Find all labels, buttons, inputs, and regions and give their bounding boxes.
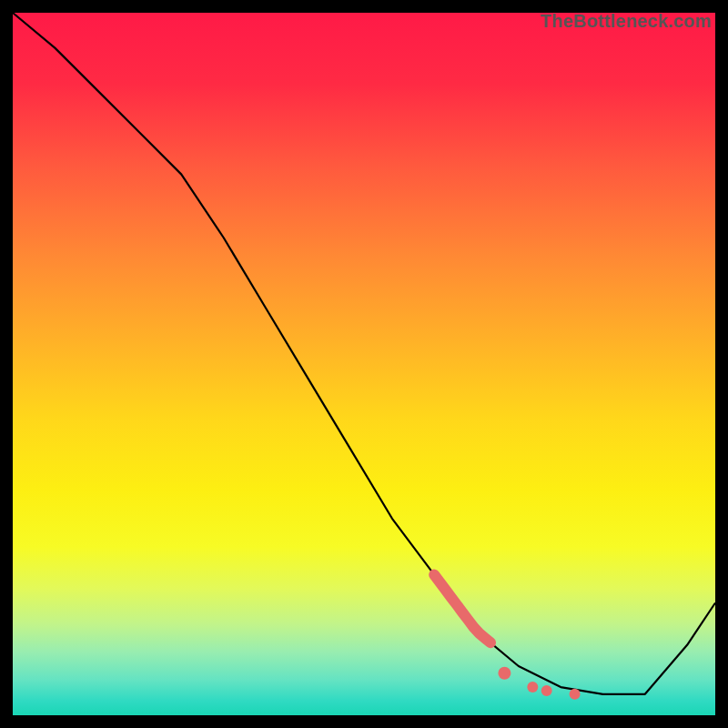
chart-frame: TheBottleneck.com — [0, 0, 728, 728]
highlight-dot — [541, 685, 552, 696]
highlight-dot — [570, 689, 581, 700]
highlight-dot — [527, 682, 538, 693]
curve-line — [13, 13, 715, 694]
highlight-dot — [498, 667, 511, 680]
highlight-segment — [434, 575, 490, 643]
plot-area: TheBottleneck.com — [13, 13, 715, 715]
chart-svg — [13, 13, 715, 715]
highlight-group — [434, 575, 580, 700]
